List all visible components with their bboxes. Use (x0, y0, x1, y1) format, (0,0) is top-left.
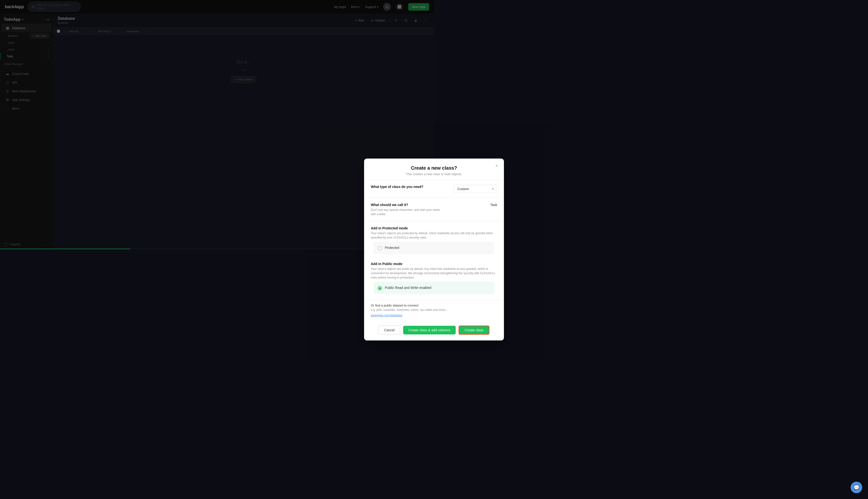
create-class-modal: Create a new class? This creates a new c… (364, 159, 434, 250)
protected-section-header: Add in Protected mode Your class's objec… (364, 221, 434, 242)
protected-radio-circle (378, 246, 382, 250)
modal-overlay[interactable]: Create a new class? This creates a new c… (0, 0, 434, 250)
protected-radio-row: Protected (364, 242, 434, 250)
modal-subtitle: This creates a new class to hold objects… (374, 172, 434, 176)
modal-header: Create a new class? This creates a new c… (364, 159, 434, 180)
protected-radio-label: Protected (385, 246, 399, 250)
protected-radio-option[interactable]: Protected (374, 242, 434, 250)
class-name-label: What should we call it? Don't use any sp… (371, 203, 434, 216)
class-name-title: What should we call it? (371, 203, 434, 207)
class-type-label: What type of class do you need? (371, 185, 434, 190)
modal-title: Create a new class? (374, 165, 434, 171)
class-name-section: What should we call it? Don't use any sp… (364, 198, 434, 221)
class-type-section: What type of class do you need? Custom ▾ (364, 180, 434, 198)
protected-mode-title: Add in Protected mode (371, 226, 434, 230)
class-name-desc: Don't use any special characters, and st… (371, 208, 434, 216)
class-type-title: What type of class do you need? (371, 185, 434, 188)
modal-body: What type of class do you need? Custom ▾… (364, 180, 434, 250)
protected-mode-desc: Your class's objects are protected by de… (371, 231, 434, 240)
